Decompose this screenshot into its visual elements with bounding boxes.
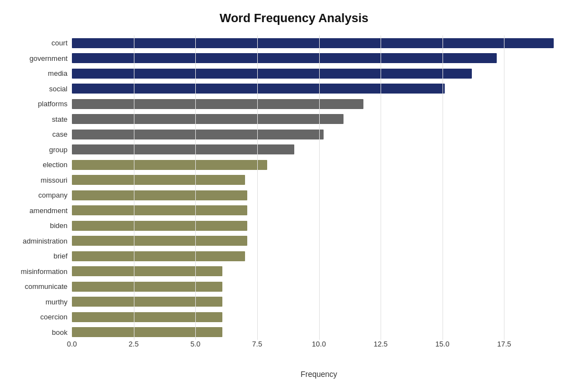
grid-line: [195, 35, 196, 340]
x-tick-label: 12.5: [373, 340, 387, 348]
grid-line: [381, 35, 381, 340]
chart-container: Word Frequency Analysis courtgovernmentm…: [0, 0, 588, 388]
bar: [72, 53, 497, 63]
bar: [72, 282, 222, 292]
bar-label: court: [51, 39, 67, 47]
bar-label: misinformation: [20, 267, 67, 276]
grid-line: [257, 35, 258, 340]
bar: [72, 130, 324, 139]
x-tick-label: 17.5: [497, 340, 511, 348]
bar: [72, 327, 222, 337]
grid-line: [134, 35, 134, 340]
bar: [72, 175, 245, 185]
bar-label: book: [52, 328, 67, 337]
bar-label: state: [52, 115, 67, 123]
bar-label: case: [53, 130, 67, 138]
bar-label: amendment: [29, 206, 67, 215]
bar: [72, 114, 344, 124]
bar-label: biden: [50, 221, 67, 230]
bar-label: group: [49, 146, 67, 154]
bar-label: election: [43, 161, 67, 169]
x-axis-label: Frequency: [300, 370, 337, 379]
bar-label: administration: [23, 237, 67, 245]
bar: [72, 312, 222, 322]
x-tick-label: 15.0: [435, 340, 449, 348]
x-tick-label: 2.5: [129, 340, 139, 348]
bar: [72, 99, 363, 109]
bar: [72, 205, 247, 215]
bar: [72, 69, 472, 79]
bar: [72, 236, 247, 246]
x-tick-label: 7.5: [252, 340, 262, 348]
bar: [72, 144, 294, 154]
bar-label: company: [38, 191, 67, 199]
bar: [72, 84, 445, 94]
x-tick-label: 0.0: [67, 340, 77, 348]
bar-label: communicate: [25, 282, 67, 291]
bar-label: brief: [54, 252, 67, 260]
x-tick-label: 5.0: [190, 340, 200, 348]
bar: [72, 251, 245, 261]
bar-label: missouri: [41, 176, 67, 184]
grid-line: [504, 35, 504, 340]
x-axis: 0.02.55.07.510.012.515.017.5: [72, 340, 566, 356]
x-tick-label: 10.0: [312, 340, 326, 348]
bar: [72, 38, 554, 48]
chart-title: Word Frequency Analysis: [22, 11, 566, 25]
bar-label: social: [49, 85, 67, 93]
bar-label: coercion: [40, 313, 67, 321]
bar: [72, 221, 247, 231]
bar: [72, 190, 247, 200]
bar-label: platforms: [38, 100, 67, 108]
bar-label: murthy: [45, 298, 67, 306]
bar-label: government: [29, 54, 67, 63]
grid-line: [319, 35, 320, 340]
bar: [72, 297, 222, 307]
grid-line: [443, 35, 443, 340]
bar: [72, 160, 267, 170]
bar: [72, 266, 222, 276]
chart-area: courtgovernmentmediasocialplatformsstate…: [72, 35, 566, 356]
bar-label: media: [48, 69, 67, 77]
